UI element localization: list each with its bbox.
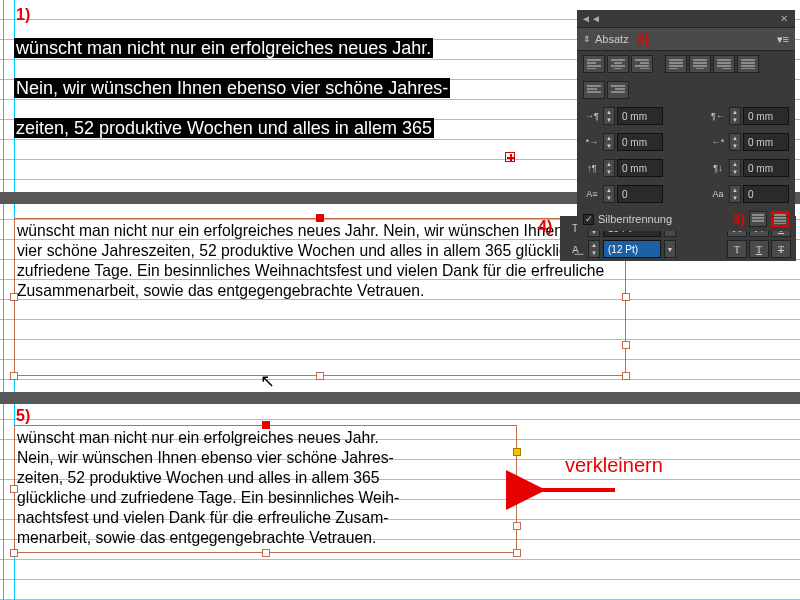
dropcap-chars-icon: Aa xyxy=(709,187,727,201)
selected-line-2[interactable]: Nein, wir wünschen Ihnen ebenso vier sch… xyxy=(14,78,450,99)
strikethrough-button[interactable]: T xyxy=(771,240,791,258)
first-line-indent-icon: *→ xyxy=(583,135,601,149)
last-line-field[interactable]: 0 mm xyxy=(743,133,789,151)
hyphenation-checkbox[interactable]: ✓ xyxy=(583,214,594,225)
justify-right-button[interactable] xyxy=(713,55,735,73)
panel-collapse-icon[interactable]: ◄◄ xyxy=(581,13,595,24)
justify-left-button[interactable] xyxy=(665,55,687,73)
dropcap-lines-icon: A≡ xyxy=(583,187,601,201)
no-break-button[interactable] xyxy=(749,211,767,227)
leading-field[interactable]: (12 Pt) xyxy=(603,240,661,258)
panel-menu-icon[interactable]: ▾≡ xyxy=(777,33,789,46)
frame-handle-right[interactable] xyxy=(513,485,521,493)
left-indent-stepper[interactable]: ▲▼ xyxy=(603,107,615,125)
frame-handle-left[interactable] xyxy=(10,485,18,493)
align-center-button[interactable] xyxy=(607,55,629,73)
frame-handle-left[interactable] xyxy=(10,293,18,301)
dropcap-lines-stepper[interactable]: ▲▼ xyxy=(603,185,615,203)
align-right-button[interactable] xyxy=(631,55,653,73)
first-line-stepper[interactable]: ▲▼ xyxy=(603,133,615,151)
text-frame-3[interactable]: wünscht man nicht nur ein erfolgreiches … xyxy=(14,425,517,553)
align-left-button[interactable] xyxy=(583,55,605,73)
annotation-5: 5) xyxy=(16,407,30,425)
dropcap-chars-field[interactable]: 0 xyxy=(743,185,789,203)
paragraph-panel: ◄◄ ✕ ⇕ Absatz 2) ▾≡ →¶ ▲▼ 0 mm ¶← ▲▼ xyxy=(577,10,795,231)
selected-line-1[interactable]: wünscht man nicht nur ein erfolgreiches … xyxy=(14,38,433,59)
first-line-field[interactable]: 0 mm xyxy=(617,133,663,151)
annotation-1: 1) xyxy=(16,6,30,24)
last-line-indent-icon: ←* xyxy=(709,135,727,149)
alignment-row-2 xyxy=(577,77,795,103)
panel-tab[interactable]: ⇕ Absatz 2) ▾≡ xyxy=(577,28,795,51)
overset-indicator[interactable] xyxy=(505,152,515,162)
hyphenation-label: Silbentrennung xyxy=(598,213,672,225)
leading-stepper[interactable]: ▲▼ xyxy=(588,240,600,258)
align-towards-spine-button[interactable] xyxy=(583,81,605,99)
justify-full-button[interactable] xyxy=(737,55,759,73)
space-after-stepper[interactable]: ▲▼ xyxy=(729,159,741,177)
annotation-2: 2) xyxy=(637,31,649,47)
baseline-grid-button[interactable] xyxy=(771,211,789,227)
frame-handle-bottom[interactable] xyxy=(316,372,324,380)
annotation-3: 3) xyxy=(733,211,745,227)
selected-line-3[interactable]: zeiten, 52 produktive Wochen und alles i… xyxy=(14,118,434,139)
frame-handle-top[interactable] xyxy=(262,421,270,429)
frame-handle-right[interactable] xyxy=(622,293,630,301)
frame-handle-outport[interactable] xyxy=(622,341,630,349)
alignment-row xyxy=(577,51,795,77)
left-indent-icon: →¶ xyxy=(583,109,601,123)
mouse-cursor: ↖ xyxy=(260,370,275,392)
right-indent-stepper[interactable]: ▲▼ xyxy=(729,107,741,125)
frame-handle-bl[interactable] xyxy=(10,372,18,380)
guide-vertical xyxy=(3,0,4,600)
space-after-field[interactable]: 0 mm xyxy=(743,159,789,177)
annotation-4: 4) xyxy=(538,218,552,236)
space-before-field[interactable]: 0 mm xyxy=(617,159,663,177)
space-before-icon: ↑¶ xyxy=(583,161,601,175)
leading-dropdown[interactable]: ▼ xyxy=(664,240,676,258)
right-indent-field[interactable]: 0 mm xyxy=(743,107,789,125)
space-after-icon: ¶↓ xyxy=(709,161,727,175)
panel-close-icon[interactable]: ✕ xyxy=(777,13,791,24)
frame-handle-out[interactable] xyxy=(513,448,521,456)
panel-header[interactable]: ◄◄ ✕ xyxy=(577,10,795,28)
align-away-spine-button[interactable] xyxy=(607,81,629,99)
panel-expand-icon[interactable]: ⇕ xyxy=(583,34,591,44)
arrow-shrink xyxy=(530,480,620,504)
leading-icon: A͟ xyxy=(565,241,585,257)
justify-center-button[interactable] xyxy=(689,55,711,73)
subscript-button[interactable]: T xyxy=(727,240,747,258)
dropcap-lines-field[interactable]: 0 xyxy=(617,185,663,203)
frame-handle-br[interactable] xyxy=(622,372,630,380)
annotation-shrink: verkleinern xyxy=(565,454,663,477)
left-indent-field[interactable]: 0 mm xyxy=(617,107,663,125)
frame-handle-bottom[interactable] xyxy=(262,549,270,557)
frame-handle-br[interactable] xyxy=(513,549,521,557)
separator-bar xyxy=(0,392,800,404)
space-before-stepper[interactable]: ▲▼ xyxy=(603,159,615,177)
underline-button[interactable]: T xyxy=(749,240,769,258)
frame-handle-top[interactable] xyxy=(316,214,324,222)
text-frame-2[interactable]: wünscht man nicht nur ein erfolgreiches … xyxy=(14,218,626,376)
frame-handle-outport[interactable] xyxy=(513,522,521,530)
panel-title: Absatz xyxy=(595,33,629,45)
frame-handle-bl[interactable] xyxy=(10,549,18,557)
last-line-stepper[interactable]: ▲▼ xyxy=(729,133,741,151)
text-content[interactable]: wünscht man nicht nur ein erfolgreiches … xyxy=(17,221,623,301)
dropcap-chars-stepper[interactable]: ▲▼ xyxy=(729,185,741,203)
text-content[interactable]: wünscht man nicht nur ein erfolgreiches … xyxy=(17,428,514,548)
right-indent-icon: ¶← xyxy=(709,109,727,123)
